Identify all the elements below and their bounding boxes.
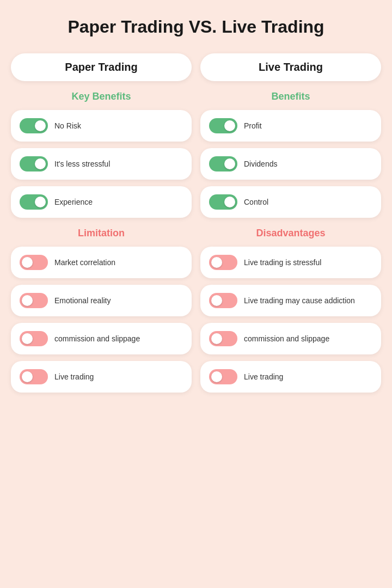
live-benefit-label-1: Dividends (244, 159, 277, 169)
column-paper: Paper TradingKey BenefitsNo RiskIt's les… (11, 53, 192, 393)
paper-limitation-toggle-0[interactable] (20, 255, 48, 270)
live-benefit-card-2: Control (200, 186, 381, 218)
live-limitation-toggle-2[interactable] (209, 331, 237, 346)
live-limitation-card-2: commission and slippage (200, 323, 381, 354)
live-benefits-label: Benefits (271, 91, 310, 102)
live-limitation-toggle-3[interactable] (209, 369, 237, 384)
paper-limitation-card-2: commission and slippage (11, 323, 192, 354)
live-limitation-toggle-0[interactable] (209, 255, 237, 270)
live-limitation-card-3: Live trading (200, 361, 381, 393)
page-title: Paper Trading VS. Live Trading (68, 16, 324, 37)
paper-limitation-toggle-2[interactable] (20, 331, 48, 346)
paper-limitation-label-3: Live trading (54, 372, 94, 382)
paper-benefit-card-0: No Risk (11, 110, 192, 142)
live-limitation-label-1: Live trading may cause addiction (244, 296, 355, 305)
comparison-columns: Paper TradingKey BenefitsNo RiskIt's les… (11, 53, 381, 393)
paper-benefit-card-2: Experience (11, 186, 192, 218)
live-benefit-toggle-1[interactable] (209, 156, 237, 171)
paper-limitation-label-1: Emotional reality (54, 296, 111, 305)
paper-benefits-label: Key Benefits (71, 91, 131, 102)
live-limitation-card-0: Live trading is stressful (200, 247, 381, 278)
paper-limitation-label-2: commission and slippage (54, 334, 140, 344)
live-limitation-label-3: Live trading (244, 372, 283, 382)
paper-limitation-card-3: Live trading (11, 361, 192, 393)
paper-benefit-label-0: No Risk (54, 121, 81, 131)
column-live: Live TradingBenefitsProfitDividendsContr… (200, 53, 381, 393)
live-benefit-card-0: Profit (200, 110, 381, 142)
paper-benefit-label-2: Experience (54, 197, 93, 207)
live-limitation-label-2: commission and slippage (244, 334, 329, 344)
paper-limitation-toggle-1[interactable] (20, 293, 48, 308)
paper-limitations-label: Limitation (78, 228, 125, 239)
live-benefit-toggle-2[interactable] (209, 194, 237, 210)
paper-benefit-label-1: It's less stressful (54, 159, 110, 169)
live-header: Live Trading (200, 53, 381, 81)
live-benefit-toggle-0[interactable] (209, 118, 237, 133)
live-limitation-toggle-1[interactable] (209, 293, 237, 308)
paper-limitation-toggle-3[interactable] (20, 369, 48, 384)
paper-benefit-toggle-0[interactable] (20, 118, 48, 133)
live-benefit-label-2: Control (244, 197, 268, 207)
paper-benefit-toggle-1[interactable] (20, 156, 48, 171)
live-limitation-card-1: Live trading may cause addiction (200, 285, 381, 316)
paper-limitation-label-0: Market correlation (54, 258, 115, 267)
live-limitation-label-0: Live trading is stressful (244, 258, 321, 267)
paper-limitation-card-1: Emotional reality (11, 285, 192, 316)
paper-header: Paper Trading (11, 53, 192, 81)
paper-benefit-toggle-2[interactable] (20, 194, 48, 210)
live-benefit-label-0: Profit (244, 121, 262, 131)
paper-benefit-card-1: It's less stressful (11, 148, 192, 180)
live-limitations-label: Disadvantages (256, 228, 325, 239)
live-benefit-card-1: Dividends (200, 148, 381, 180)
paper-limitation-card-0: Market correlation (11, 247, 192, 278)
